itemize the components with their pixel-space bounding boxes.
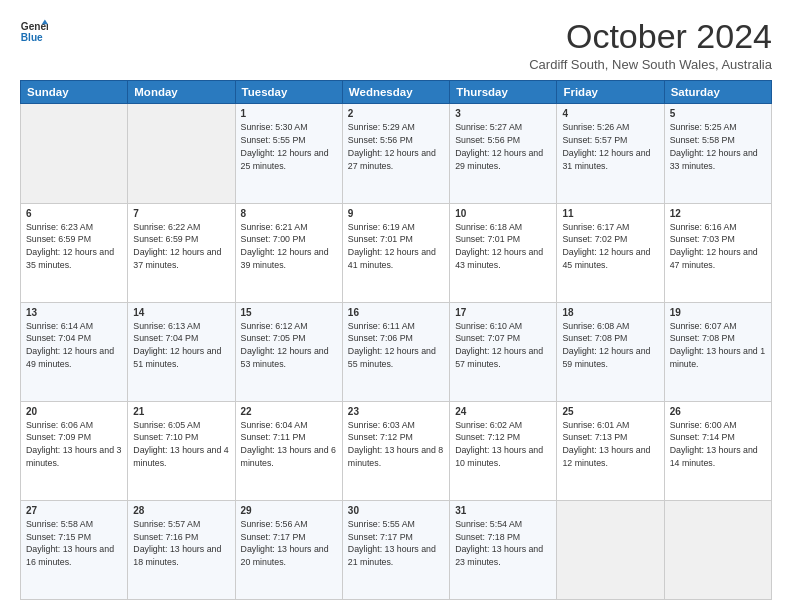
day-number: 22 bbox=[241, 406, 337, 417]
subtitle: Cardiff South, New South Wales, Australi… bbox=[529, 57, 772, 72]
day-info: Sunrise: 5:26 AMSunset: 5:57 PMDaylight:… bbox=[562, 121, 658, 172]
title-block: October 2024 Cardiff South, New South Wa… bbox=[529, 18, 772, 72]
calendar-cell: 11Sunrise: 6:17 AMSunset: 7:02 PMDayligh… bbox=[557, 203, 664, 302]
calendar-cell: 18Sunrise: 6:08 AMSunset: 7:08 PMDayligh… bbox=[557, 302, 664, 401]
logo: General Blue bbox=[20, 18, 48, 46]
calendar-cell: 9Sunrise: 6:19 AMSunset: 7:01 PMDaylight… bbox=[342, 203, 449, 302]
day-info: Sunrise: 6:12 AMSunset: 7:05 PMDaylight:… bbox=[241, 320, 337, 371]
calendar-cell: 29Sunrise: 5:56 AMSunset: 7:17 PMDayligh… bbox=[235, 500, 342, 599]
day-info: Sunrise: 5:57 AMSunset: 7:16 PMDaylight:… bbox=[133, 518, 229, 569]
calendar-cell: 19Sunrise: 6:07 AMSunset: 7:08 PMDayligh… bbox=[664, 302, 771, 401]
day-info: Sunrise: 6:19 AMSunset: 7:01 PMDaylight:… bbox=[348, 221, 444, 272]
day-info: Sunrise: 6:21 AMSunset: 7:00 PMDaylight:… bbox=[241, 221, 337, 272]
calendar-cell: 27Sunrise: 5:58 AMSunset: 7:15 PMDayligh… bbox=[21, 500, 128, 599]
day-number: 30 bbox=[348, 505, 444, 516]
svg-text:Blue: Blue bbox=[21, 32, 43, 43]
day-info: Sunrise: 6:16 AMSunset: 7:03 PMDaylight:… bbox=[670, 221, 766, 272]
day-info: Sunrise: 6:08 AMSunset: 7:08 PMDaylight:… bbox=[562, 320, 658, 371]
day-number: 13 bbox=[26, 307, 122, 318]
calendar-week-5: 27Sunrise: 5:58 AMSunset: 7:15 PMDayligh… bbox=[21, 500, 772, 599]
calendar-cell bbox=[664, 500, 771, 599]
day-info: Sunrise: 5:55 AMSunset: 7:17 PMDaylight:… bbox=[348, 518, 444, 569]
day-info: Sunrise: 6:17 AMSunset: 7:02 PMDaylight:… bbox=[562, 221, 658, 272]
day-number: 26 bbox=[670, 406, 766, 417]
day-number: 24 bbox=[455, 406, 551, 417]
calendar-cell: 12Sunrise: 6:16 AMSunset: 7:03 PMDayligh… bbox=[664, 203, 771, 302]
calendar-table: SundayMondayTuesdayWednesdayThursdayFrid… bbox=[20, 80, 772, 600]
day-info: Sunrise: 6:02 AMSunset: 7:12 PMDaylight:… bbox=[455, 419, 551, 470]
day-info: Sunrise: 6:00 AMSunset: 7:14 PMDaylight:… bbox=[670, 419, 766, 470]
day-number: 31 bbox=[455, 505, 551, 516]
day-info: Sunrise: 6:03 AMSunset: 7:12 PMDaylight:… bbox=[348, 419, 444, 470]
day-info: Sunrise: 6:04 AMSunset: 7:11 PMDaylight:… bbox=[241, 419, 337, 470]
day-info: Sunrise: 6:05 AMSunset: 7:10 PMDaylight:… bbox=[133, 419, 229, 470]
calendar-cell: 10Sunrise: 6:18 AMSunset: 7:01 PMDayligh… bbox=[450, 203, 557, 302]
day-number: 9 bbox=[348, 208, 444, 219]
calendar-cell: 8Sunrise: 6:21 AMSunset: 7:00 PMDaylight… bbox=[235, 203, 342, 302]
day-info: Sunrise: 5:29 AMSunset: 5:56 PMDaylight:… bbox=[348, 121, 444, 172]
day-number: 27 bbox=[26, 505, 122, 516]
header-day-sunday: Sunday bbox=[21, 81, 128, 104]
calendar-cell: 25Sunrise: 6:01 AMSunset: 7:13 PMDayligh… bbox=[557, 401, 664, 500]
calendar-cell: 6Sunrise: 6:23 AMSunset: 6:59 PMDaylight… bbox=[21, 203, 128, 302]
day-info: Sunrise: 6:06 AMSunset: 7:09 PMDaylight:… bbox=[26, 419, 122, 470]
calendar-cell: 31Sunrise: 5:54 AMSunset: 7:18 PMDayligh… bbox=[450, 500, 557, 599]
logo-icon: General Blue bbox=[20, 18, 48, 46]
day-info: Sunrise: 5:30 AMSunset: 5:55 PMDaylight:… bbox=[241, 121, 337, 172]
day-number: 21 bbox=[133, 406, 229, 417]
calendar-cell: 13Sunrise: 6:14 AMSunset: 7:04 PMDayligh… bbox=[21, 302, 128, 401]
calendar-cell: 16Sunrise: 6:11 AMSunset: 7:06 PMDayligh… bbox=[342, 302, 449, 401]
calendar-cell: 30Sunrise: 5:55 AMSunset: 7:17 PMDayligh… bbox=[342, 500, 449, 599]
day-info: Sunrise: 6:11 AMSunset: 7:06 PMDaylight:… bbox=[348, 320, 444, 371]
day-number: 5 bbox=[670, 108, 766, 119]
header-day-tuesday: Tuesday bbox=[235, 81, 342, 104]
day-info: Sunrise: 6:01 AMSunset: 7:13 PMDaylight:… bbox=[562, 419, 658, 470]
calendar-cell: 2Sunrise: 5:29 AMSunset: 5:56 PMDaylight… bbox=[342, 104, 449, 203]
calendar-cell: 28Sunrise: 5:57 AMSunset: 7:16 PMDayligh… bbox=[128, 500, 235, 599]
day-number: 23 bbox=[348, 406, 444, 417]
day-number: 29 bbox=[241, 505, 337, 516]
day-number: 14 bbox=[133, 307, 229, 318]
day-number: 20 bbox=[26, 406, 122, 417]
day-number: 4 bbox=[562, 108, 658, 119]
calendar-cell: 26Sunrise: 6:00 AMSunset: 7:14 PMDayligh… bbox=[664, 401, 771, 500]
day-number: 18 bbox=[562, 307, 658, 318]
day-number: 2 bbox=[348, 108, 444, 119]
day-number: 28 bbox=[133, 505, 229, 516]
day-number: 17 bbox=[455, 307, 551, 318]
calendar-cell bbox=[557, 500, 664, 599]
day-info: Sunrise: 6:07 AMSunset: 7:08 PMDaylight:… bbox=[670, 320, 766, 371]
day-info: Sunrise: 5:25 AMSunset: 5:58 PMDaylight:… bbox=[670, 121, 766, 172]
header-day-thursday: Thursday bbox=[450, 81, 557, 104]
header-day-monday: Monday bbox=[128, 81, 235, 104]
header-day-saturday: Saturday bbox=[664, 81, 771, 104]
day-info: Sunrise: 6:13 AMSunset: 7:04 PMDaylight:… bbox=[133, 320, 229, 371]
day-info: Sunrise: 5:27 AMSunset: 5:56 PMDaylight:… bbox=[455, 121, 551, 172]
day-number: 19 bbox=[670, 307, 766, 318]
calendar-cell: 20Sunrise: 6:06 AMSunset: 7:09 PMDayligh… bbox=[21, 401, 128, 500]
calendar-cell: 4Sunrise: 5:26 AMSunset: 5:57 PMDaylight… bbox=[557, 104, 664, 203]
header-day-friday: Friday bbox=[557, 81, 664, 104]
day-info: Sunrise: 6:22 AMSunset: 6:59 PMDaylight:… bbox=[133, 221, 229, 272]
day-number: 8 bbox=[241, 208, 337, 219]
calendar-week-4: 20Sunrise: 6:06 AMSunset: 7:09 PMDayligh… bbox=[21, 401, 772, 500]
calendar-cell: 7Sunrise: 6:22 AMSunset: 6:59 PMDaylight… bbox=[128, 203, 235, 302]
header-row: SundayMondayTuesdayWednesdayThursdayFrid… bbox=[21, 81, 772, 104]
day-info: Sunrise: 6:23 AMSunset: 6:59 PMDaylight:… bbox=[26, 221, 122, 272]
day-info: Sunrise: 5:58 AMSunset: 7:15 PMDaylight:… bbox=[26, 518, 122, 569]
month-title: October 2024 bbox=[529, 18, 772, 55]
day-number: 10 bbox=[455, 208, 551, 219]
calendar-cell: 17Sunrise: 6:10 AMSunset: 7:07 PMDayligh… bbox=[450, 302, 557, 401]
day-number: 1 bbox=[241, 108, 337, 119]
header-day-wednesday: Wednesday bbox=[342, 81, 449, 104]
calendar-cell: 23Sunrise: 6:03 AMSunset: 7:12 PMDayligh… bbox=[342, 401, 449, 500]
calendar-week-1: 1Sunrise: 5:30 AMSunset: 5:55 PMDaylight… bbox=[21, 104, 772, 203]
day-info: Sunrise: 5:56 AMSunset: 7:17 PMDaylight:… bbox=[241, 518, 337, 569]
page: General Blue October 2024 Cardiff South,… bbox=[0, 0, 792, 612]
day-number: 16 bbox=[348, 307, 444, 318]
day-info: Sunrise: 5:54 AMSunset: 7:18 PMDaylight:… bbox=[455, 518, 551, 569]
day-number: 3 bbox=[455, 108, 551, 119]
calendar-cell: 15Sunrise: 6:12 AMSunset: 7:05 PMDayligh… bbox=[235, 302, 342, 401]
day-number: 6 bbox=[26, 208, 122, 219]
calendar-cell: 24Sunrise: 6:02 AMSunset: 7:12 PMDayligh… bbox=[450, 401, 557, 500]
